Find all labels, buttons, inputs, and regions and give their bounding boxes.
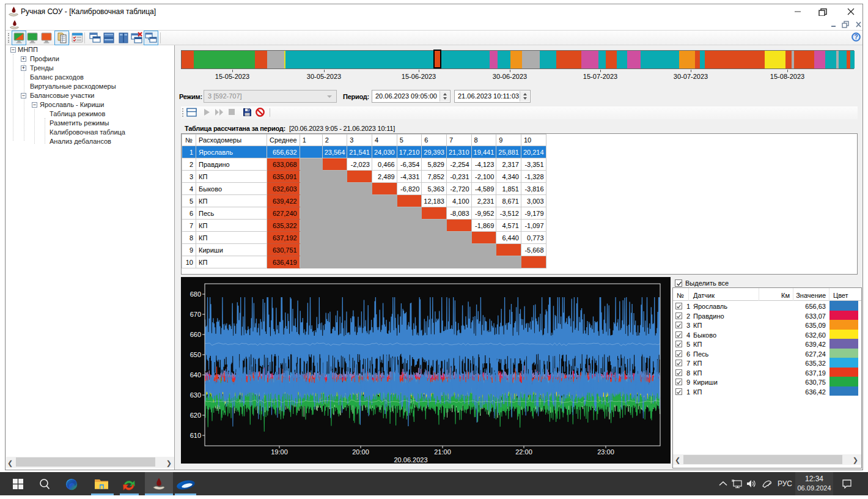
svg-text:670: 670 [190, 311, 201, 318]
svg-text:20.06.2023: 20.06.2023 [394, 456, 427, 464]
svg-text:640: 640 [190, 371, 201, 379]
svg-text:23:00: 23:00 [597, 448, 614, 456]
svg-text:660: 660 [190, 331, 201, 338]
svg-text:680: 680 [190, 290, 201, 298]
svg-text:650: 650 [190, 351, 201, 358]
svg-text:19:00: 19:00 [271, 448, 288, 456]
svg-text:620: 620 [190, 412, 201, 419]
svg-text:20:00: 20:00 [352, 448, 369, 456]
svg-text:21:00: 21:00 [434, 448, 451, 456]
svg-text:22:00: 22:00 [515, 448, 532, 456]
svg-text:630: 630 [190, 391, 201, 399]
svg-text:610: 610 [190, 432, 201, 439]
svg-text:?: ? [854, 34, 858, 40]
